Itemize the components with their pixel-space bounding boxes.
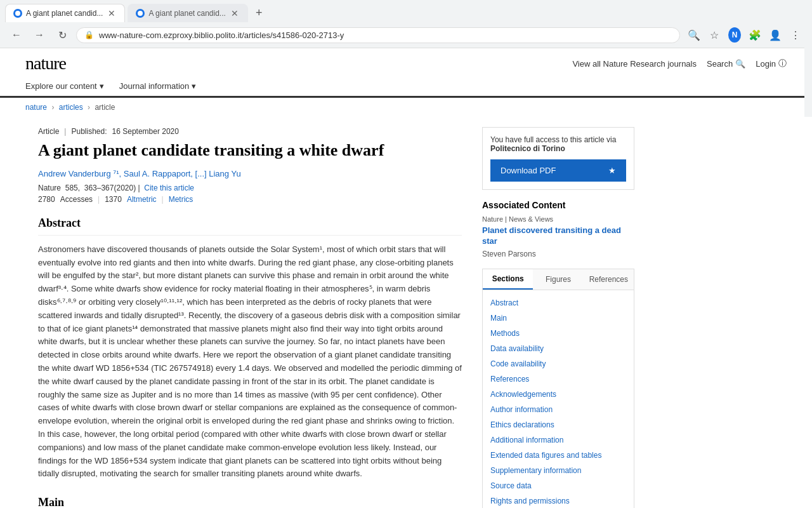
new-tab-button[interactable]: + [251, 4, 268, 22]
section-item[interactable]: Author information [483, 402, 634, 417]
tab-title-2: A giant planet candid... [148, 9, 225, 18]
tab-sections[interactable]: Sections [483, 269, 533, 290]
article-stats: 2780 Accesses | 1370 Altmetric | Metrics [38, 195, 462, 204]
star-icon: ★ [608, 166, 616, 175]
article-type: Article [38, 127, 59, 136]
reload-button[interactable]: ↻ [53, 26, 71, 44]
tab-close-1[interactable]: ✕ [107, 8, 117, 18]
breadcrumb-articles[interactable]: articles [59, 103, 83, 112]
nature-logo-area: nature [25, 53, 66, 74]
sections-list: AbstractMainMethodsData availabilityCode… [483, 290, 634, 508]
back-button[interactable]: ← [8, 26, 25, 44]
more-button[interactable]: ⋮ [787, 26, 804, 44]
access-text: You have full access to this article via… [490, 135, 626, 153]
associated-link[interactable]: Planet discovered transiting a dead star [482, 225, 634, 247]
associated-source: Nature | News & Views [482, 215, 634, 223]
section-item[interactable]: Data availability [483, 341, 634, 356]
altmetric-link[interactable]: Altmetric [127, 195, 157, 204]
nature-header: nature View all Nature Research journals… [0, 48, 812, 98]
cite-article-link[interactable]: Cite this article [144, 184, 194, 192]
section-item[interactable]: Methods [483, 326, 634, 341]
browser-chrome: A giant planet candid... ✕ A giant plane… [0, 0, 812, 48]
search-toolbar-button[interactable]: 🔍 [685, 26, 703, 44]
login-label: Login [756, 59, 776, 69]
address-text: www-nature-com.ezproxy.biblio.polito.it/… [99, 30, 672, 40]
search-icon: 🔍 [735, 59, 745, 69]
section-item[interactable]: Acknowledgements [483, 387, 634, 402]
tab-figures[interactable]: Figures [533, 269, 583, 290]
altmetric-count: 1370 [105, 195, 122, 204]
download-label: Download PDF [501, 166, 556, 175]
authors-text: Andrew Vanderburg ⁷¹, Saul A. Rappaport,… [38, 169, 241, 178]
browser-tab-active[interactable]: A giant planet candid... ✕ [5, 4, 125, 22]
nature-nav: Explore our content ▾ Journal informatio… [0, 79, 812, 96]
sections-tabs: Sections Figures References [483, 269, 634, 290]
associated-author: Steven Parsons [482, 250, 634, 258]
breadcrumb-nature[interactable]: nature [25, 103, 47, 112]
login-info-icon: ⓘ [778, 58, 787, 69]
tab-title-1: A giant planet candid... [26, 9, 103, 18]
accesses-label: Accesses [60, 195, 93, 204]
article-type-label: Article | Published: 16 September 2020 [38, 127, 462, 136]
published-prefix: Published: [71, 127, 107, 136]
section-item[interactable]: Main [483, 311, 634, 326]
tab-references[interactable]: References [584, 269, 634, 290]
pages: 363–367(2020) [84, 184, 136, 192]
nature-header-right: View all Nature Research journals Search… [572, 58, 787, 69]
article-sidebar: You have full access to this article via… [482, 117, 634, 508]
explore-chevron-icon: ▾ [100, 81, 104, 91]
download-pdf-button[interactable]: Download PDF ★ [490, 159, 626, 182]
section-item[interactable]: Ethics declarations [483, 417, 634, 432]
view-all-journals-link[interactable]: View all Nature Research journals [572, 59, 697, 69]
section-item[interactable]: Rights and permissions [483, 493, 634, 508]
published-date: 16 September 2020 [112, 127, 179, 136]
section-item[interactable]: Code availability [483, 356, 634, 371]
extensions-button[interactable]: 🧩 [746, 26, 764, 44]
journal-name: Nature [38, 184, 61, 192]
metrics-link[interactable]: Metrics [169, 195, 193, 204]
browser-addressbar: ← → ↻ 🔒 www-nature-com.ezproxy.biblio.po… [0, 22, 812, 48]
abstract-text: Astronomers have discovered thousands of… [38, 243, 462, 481]
profile-icon: N [728, 27, 741, 43]
browser-titlebar: A giant planet candid... ✕ A giant plane… [0, 0, 812, 22]
nav-journal-info[interactable]: Journal information ▾ [119, 81, 197, 91]
nav-explore-content[interactable]: Explore our content ▾ [25, 81, 104, 91]
browser-tab-inactive[interactable]: A giant planet candid... ✕ [128, 4, 247, 22]
article-title: A giant planet candidate transiting a wh… [38, 140, 462, 161]
breadcrumb-sep-1: › [51, 103, 54, 112]
scrollbar-track[interactable] [804, 0, 812, 117]
search-button[interactable]: Search 🔍 [707, 59, 745, 69]
article-meta: Nature 585, 363–367(2020) | Cite this ar… [38, 184, 462, 192]
volume: 585 [65, 184, 78, 192]
tab-close-2[interactable]: ✕ [230, 8, 240, 18]
nav-journal-label: Journal information [119, 81, 190, 91]
lock-icon: 🔒 [84, 30, 94, 39]
sections-nav: Sections Figures References AbstractMain… [482, 269, 634, 508]
article-main: Article | Published: 16 September 2020 A… [38, 117, 482, 508]
account-button[interactable]: 👤 [766, 26, 784, 44]
page-content: Article | Published: 16 September 2020 A… [13, 117, 799, 508]
forward-button[interactable]: → [30, 26, 48, 44]
associated-content-title: Associated Content [482, 200, 634, 210]
address-bar[interactable]: 🔒 www-nature-com.ezproxy.biblio.polito.i… [76, 27, 680, 43]
header-divider [0, 96, 812, 97]
bookmark-button[interactable]: ☆ [705, 26, 723, 44]
breadcrumb-article: article [95, 103, 115, 112]
section-item[interactable]: Extended data figures and tables [483, 448, 634, 463]
article-authors[interactable]: Andrew Vanderburg ⁷¹, Saul A. Rappaport,… [38, 169, 462, 178]
nature-logo[interactable]: nature [25, 53, 66, 74]
section-item[interactable]: References [483, 371, 634, 387]
section-item[interactable]: Abstract [483, 295, 634, 311]
breadcrumb: nature › articles › article [0, 98, 812, 117]
toolbar-icons: 🔍 ☆ N 🧩 👤 ⋮ [685, 26, 804, 44]
profile-button[interactable]: N [726, 26, 743, 44]
abstract-title: Abstract [38, 217, 462, 236]
journal-chevron-icon: ▾ [192, 81, 196, 91]
section-item[interactable]: Source data [483, 478, 634, 493]
section-item[interactable]: Additional information [483, 432, 634, 448]
nav-explore-label: Explore our content [25, 81, 97, 91]
tab-favicon-2 [136, 9, 145, 18]
access-prefix: You have full access to this article via [490, 135, 616, 144]
login-button[interactable]: Login ⓘ [756, 58, 787, 69]
section-item[interactable]: Supplementary information [483, 463, 634, 478]
